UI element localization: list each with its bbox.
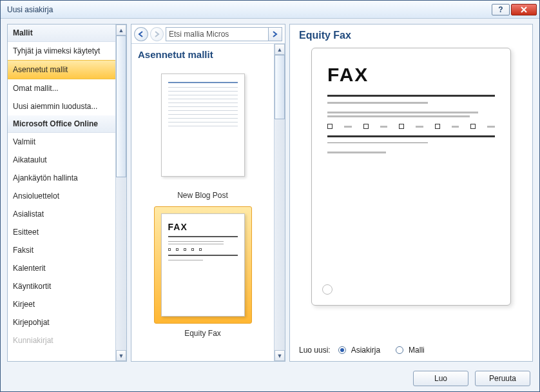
template-label: New Blog Post	[137, 191, 269, 200]
scroll-up-button[interactable]: ▲	[275, 44, 285, 55]
fax-heading: FAX	[168, 222, 238, 232]
create-button[interactable]: Luo	[413, 371, 468, 386]
create-as-row: Luo uusi: Asiakirja Malli	[298, 340, 525, 356]
arrow-left-icon	[137, 31, 145, 37]
template-label: Equity Fax	[137, 329, 269, 338]
category-item[interactable]: Ansioluettelot	[8, 187, 115, 205]
category-panel: Mallit Tyhjät ja viimeksi käytetyt Asenn…	[7, 24, 127, 362]
radio-document[interactable]	[338, 346, 346, 354]
category-item[interactable]: Aikataulut	[8, 151, 115, 169]
category-item[interactable]: Omat mallit...	[8, 79, 115, 97]
scroll-track[interactable]	[275, 119, 285, 350]
category-item[interactable]: Kirjeet	[8, 295, 115, 313]
scroll-thumb[interactable]	[116, 35, 126, 177]
nav-back-button[interactable]	[134, 27, 148, 41]
category-item[interactable]: Esitteet	[8, 223, 115, 241]
category-item[interactable]: Asialistat	[8, 205, 115, 223]
close-button[interactable]	[511, 4, 537, 15]
dialog-footer: Luo Peruuta	[1, 366, 539, 391]
category-item[interactable]: Käyntikortit	[8, 277, 115, 295]
template-item[interactable]: New Blog Post	[137, 66, 269, 200]
arrow-right-icon	[153, 31, 160, 37]
template-thumbnail	[161, 74, 245, 177]
category-item[interactable]: Uusi aiemmin luodusta...	[8, 97, 115, 115]
help-button[interactable]: ?	[492, 4, 510, 15]
template-gallery: Asennetut mallit New Blog Post	[131, 44, 274, 361]
gallery-section-title: Asennetut mallit	[137, 46, 269, 66]
category-item[interactable]: Kirjepohjat	[8, 313, 115, 331]
category-list: Mallit Tyhjät ja viimeksi käytetyt Asenn…	[8, 24, 115, 361]
close-icon	[520, 6, 528, 13]
category-item[interactable]: Valmiit	[8, 133, 115, 151]
category-scrollbar[interactable]: ▲ ▼	[115, 24, 126, 361]
template-thumbnail: FAX	[161, 213, 245, 317]
search-wrap	[166, 27, 282, 41]
category-item-selected[interactable]: Asennetut mallit	[8, 60, 115, 79]
template-item-selected[interactable]: FAX Equity Fax	[137, 206, 269, 338]
category-item[interactable]: Kunniakirjat	[8, 331, 115, 349]
scroll-down-button[interactable]: ▼	[116, 350, 126, 361]
nav-forward-button[interactable]	[150, 27, 164, 41]
page-corner-icon	[322, 284, 333, 295]
scroll-down-button[interactable]: ▼	[275, 350, 285, 361]
preview-panel: Equity Fax FAX	[289, 24, 533, 362]
arrow-right-icon	[271, 31, 279, 37]
category-item[interactable]: Ajankäytön hallinta	[8, 169, 115, 187]
create-as-label: Luo uusi:	[299, 346, 331, 355]
category-header-online: Microsoft Office Online	[8, 115, 115, 133]
radio-template[interactable]	[396, 346, 403, 354]
category-item[interactable]: Kalenterit	[8, 259, 115, 277]
window-title: Uusi asiakirja	[3, 5, 490, 14]
preview-page: FAX	[311, 48, 511, 306]
preview-doc-heading: FAX	[327, 64, 495, 86]
category-header-templates: Mallit	[8, 24, 115, 42]
search-go-button[interactable]	[268, 27, 282, 41]
radio-document-label: Asiakirja	[351, 346, 380, 355]
cancel-button[interactable]: Peruuta	[475, 371, 530, 386]
category-item[interactable]: Tyhjät ja viimeksi käytetyt	[8, 42, 115, 60]
preview-area: FAX	[298, 48, 525, 340]
category-item[interactable]: Faksit	[8, 241, 115, 259]
dialog-new-document: Uusi asiakirja ? Mallit Tyhjät ja viimek…	[0, 0, 540, 392]
radio-template-label: Malli	[409, 346, 425, 355]
dialog-body: Mallit Tyhjät ja viimeksi käytetyt Asenn…	[1, 19, 539, 366]
gallery-panel: Asennetut mallit New Blog Post	[131, 24, 285, 362]
gallery-scrollbar[interactable]: ▲ ▼	[274, 44, 285, 361]
scroll-up-button[interactable]: ▲	[116, 24, 126, 35]
scroll-track[interactable]	[116, 177, 126, 350]
preview-title: Equity Fax	[298, 27, 525, 48]
search-input[interactable]	[166, 27, 268, 41]
gallery-body: Asennetut mallit New Blog Post	[131, 44, 285, 361]
gallery-toolbar	[131, 24, 285, 44]
scroll-thumb[interactable]	[275, 55, 285, 119]
titlebar: Uusi asiakirja ?	[1, 1, 539, 19]
